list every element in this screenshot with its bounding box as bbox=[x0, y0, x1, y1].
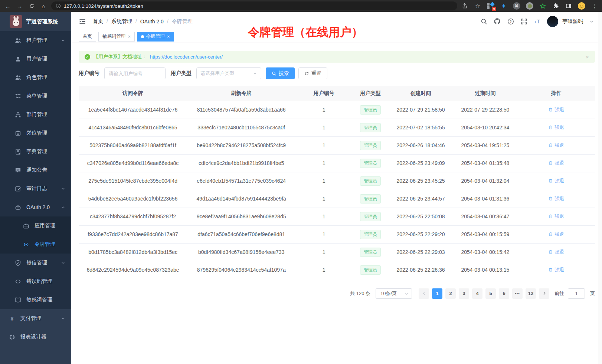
sidebar-item[interactable]: 租户管理 bbox=[0, 31, 71, 50]
sidebar-item[interactable]: 令牌管理 bbox=[0, 235, 71, 254]
search-button[interactable]: 搜索 bbox=[266, 67, 295, 79]
user-caret-icon[interactable] bbox=[589, 19, 594, 24]
force-logout-button[interactable]: 强退 bbox=[548, 142, 564, 149]
command-extension-icon[interactable]: ⌘ bbox=[513, 2, 520, 10]
force-logout-button[interactable]: 强退 bbox=[548, 249, 564, 255]
page-button[interactable]: 1 bbox=[432, 288, 442, 299]
back-icon[interactable]: ← bbox=[4, 2, 12, 10]
page-button[interactable]: 6 bbox=[499, 288, 509, 299]
force-logout-button[interactable]: 强退 bbox=[548, 195, 564, 202]
tab-close-icon[interactable]: × bbox=[128, 34, 131, 39]
forward-icon[interactable]: → bbox=[16, 2, 24, 10]
sidebar-item[interactable]: 部门管理 bbox=[0, 105, 71, 124]
breadcrumb-item[interactable]: 令牌管理 bbox=[172, 18, 193, 25]
fullscreen-icon[interactable] bbox=[520, 18, 527, 25]
github-icon[interactable] bbox=[494, 18, 501, 25]
page-button[interactable]: 2 bbox=[445, 288, 456, 299]
green-star-extension-icon[interactable] bbox=[539, 2, 546, 10]
force-logout-button[interactable]: 强退 bbox=[548, 267, 564, 273]
sidebar-item[interactable]: 应用管理 bbox=[0, 216, 71, 235]
expire-time-cell: 2054-03-04 00:15:42 bbox=[453, 243, 517, 261]
page-scrollbar[interactable] bbox=[598, 12, 602, 364]
force-logout-button[interactable]: 强退 bbox=[548, 178, 564, 184]
force-logout-button[interactable]: 强退 bbox=[548, 124, 564, 131]
username[interactable]: 芋道源码 bbox=[562, 18, 583, 25]
column-header[interactable]: 用户编号 bbox=[295, 86, 352, 101]
column-header[interactable]: 刷新令牌 bbox=[187, 86, 295, 101]
url-text[interactable]: 127.0.0.1:1024/system/oauth2/token bbox=[64, 3, 143, 9]
sidebar: 芋道管理系统 租户管理 用户管理 角色管理 bbox=[0, 12, 71, 364]
sidebar-item[interactable]: 用户管理 bbox=[0, 50, 71, 68]
page-button[interactable]: 12 bbox=[526, 288, 536, 299]
force-logout-button[interactable]: 强退 bbox=[548, 160, 564, 166]
table-row: 275e5de9151045fe87cbdc395e004f4d e6cfd40… bbox=[79, 172, 595, 190]
app-logo[interactable]: 芋道管理系统 bbox=[0, 12, 71, 31]
side-panel-icon[interactable] bbox=[565, 2, 572, 10]
sidebar-item[interactable]: 报表设计器 bbox=[0, 328, 71, 346]
extension-badge-icon[interactable]: 9 bbox=[487, 2, 494, 10]
sidebar-item[interactable]: 菜单管理 bbox=[0, 87, 71, 105]
column-header[interactable]: 访问令牌 bbox=[79, 86, 187, 101]
breadcrumb-item[interactable]: 系统管理 bbox=[111, 18, 140, 25]
sidebar-item[interactable]: 错误码管理 bbox=[0, 272, 71, 291]
sidebar-item[interactable]: 角色管理 bbox=[0, 68, 71, 87]
share-icon[interactable] bbox=[461, 2, 468, 10]
page-button[interactable]: 5 bbox=[485, 288, 496, 299]
sidebar-item[interactable]: 通知公告 bbox=[0, 161, 71, 179]
sidebar-item[interactable]: 字典管理 bbox=[0, 142, 71, 161]
force-logout-button[interactable]: 强退 bbox=[548, 106, 564, 113]
page-button[interactable]: ••• bbox=[512, 288, 523, 299]
user-id-cell: 1 bbox=[295, 172, 352, 190]
token-icon bbox=[23, 241, 29, 248]
column-header[interactable]: 过期时间 bbox=[453, 86, 517, 101]
force-logout-button[interactable]: 强退 bbox=[548, 231, 564, 238]
page-button[interactable]: 4 bbox=[472, 288, 482, 299]
column-header[interactable]: 用户类型 bbox=[352, 86, 388, 101]
profile-avatar-icon[interactable]: ☺ bbox=[578, 2, 585, 10]
site-info-icon[interactable] bbox=[56, 3, 61, 9]
next-page-button[interactable] bbox=[539, 288, 549, 299]
app-icon bbox=[23, 223, 29, 229]
reload-icon[interactable] bbox=[27, 2, 36, 10]
page-size-select[interactable]: 10条/页 bbox=[376, 288, 412, 299]
search-icon[interactable] bbox=[480, 18, 487, 25]
table-row: b0d1785bc3a8482f812db4a3f3bd15ec b0df498… bbox=[79, 243, 595, 261]
sidebar-collapse-icon[interactable] bbox=[79, 18, 86, 25]
sidebar-item[interactable]: ¥ 支付管理 bbox=[0, 309, 71, 328]
prev-page-button[interactable] bbox=[419, 288, 429, 299]
tab[interactable]: 敏感词管理 × bbox=[98, 32, 135, 42]
home-icon[interactable]: ⌂ bbox=[39, 2, 48, 10]
tab[interactable]: 首页 × bbox=[79, 32, 96, 42]
sidebar-item[interactable]: 岗位管理 bbox=[0, 124, 71, 142]
bookmark-star-icon[interactable]: ☆ bbox=[474, 2, 481, 10]
tab[interactable]: 令牌管理 × bbox=[137, 32, 174, 42]
user-id-input[interactable] bbox=[104, 67, 166, 79]
access-token-cell: c347026e805e4d99b0d116eae66eda8c bbox=[79, 154, 187, 172]
breadcrumb-item[interactable]: 首页 bbox=[93, 18, 111, 25]
extensions-puzzle-icon[interactable] bbox=[552, 2, 559, 10]
record-extension-icon[interactable] bbox=[526, 2, 533, 10]
sidebar-item[interactable]: 敏感词管理 bbox=[0, 291, 71, 309]
doc-link[interactable]: https://doc.iocoder.cn/user-center/ bbox=[150, 54, 223, 60]
column-header[interactable]: 操作 bbox=[517, 86, 595, 101]
page-button[interactable]: 3 bbox=[459, 288, 469, 299]
force-logout-button[interactable]: 强退 bbox=[548, 213, 564, 220]
column-header[interactable]: 创建时间 bbox=[389, 86, 453, 101]
font-size-icon[interactable]: TT bbox=[534, 18, 541, 25]
reset-button[interactable]: 重置 bbox=[298, 67, 327, 79]
tab-close-icon[interactable]: × bbox=[167, 34, 170, 39]
refresh-icon bbox=[304, 71, 309, 76]
created-time-cell: 2022-06-25 22:26:36 bbox=[389, 261, 453, 279]
user-type-select[interactable]: 请选择用户类型 bbox=[196, 67, 261, 79]
browser-menu-icon[interactable]: ⋮ bbox=[591, 2, 598, 10]
alert-close-icon[interactable]: × bbox=[586, 54, 589, 60]
breadcrumb-item[interactable]: OAuth 2.0 bbox=[140, 19, 172, 24]
sidebar-item[interactable]: 审计日志 bbox=[0, 179, 71, 198]
gem-extension-icon[interactable]: ♦ bbox=[500, 2, 507, 10]
address-bar[interactable]: 127.0.0.1:1024/system/oauth2/token bbox=[51, 1, 457, 10]
goto-page-input[interactable] bbox=[568, 288, 585, 299]
user-avatar[interactable] bbox=[547, 16, 558, 27]
sidebar-item[interactable]: OAuth 2.0 bbox=[0, 198, 71, 216]
sidebar-item[interactable]: 短信管理 bbox=[0, 254, 71, 272]
help-icon[interactable]: ? bbox=[507, 18, 514, 25]
